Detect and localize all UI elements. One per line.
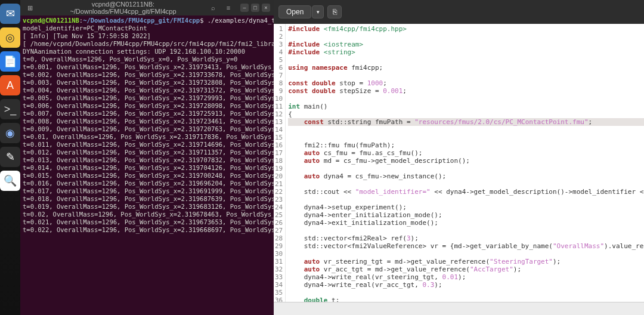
open-dropdown-icon[interactable]: ▾ xyxy=(312,5,324,18)
close-button[interactable]: × xyxy=(262,4,270,12)
file-path: ~/Downloads/FMU4cpp_git/FMI4cpp/examples xyxy=(342,12,644,20)
libreoffice-writer-icon[interactable]: 📄 xyxy=(0,51,20,72)
code-area[interactable]: #include <fmi4cpp/fmi4cpp.hpp> #include … xyxy=(286,24,644,302)
magnifier-icon[interactable]: 🔍 xyxy=(0,171,20,191)
minimize-button[interactable]: – xyxy=(240,4,249,12)
terminal-title: vcpnd@CN01211NB: ~/Downloads/FMU4cpp_git… xyxy=(39,1,207,15)
gedit-window: Open ▾ ⎘ dyna4_test.cpp ~/Downloads/FMU4… xyxy=(274,0,644,315)
rhythmbox-icon[interactable]: ◎ xyxy=(0,27,20,48)
ubuntu-software-icon[interactable]: A xyxy=(0,75,20,95)
ubuntu-dock: ✉ ◎ 📄 A >_ ◉ ✎ 🔍 xyxy=(0,0,20,315)
new-document-icon[interactable]: ⎘ xyxy=(327,5,342,18)
new-tab-icon[interactable]: ⊞ xyxy=(24,2,36,14)
hamburger-icon[interactable]: ≡ xyxy=(222,2,234,14)
file-title: dyna4_test.cpp xyxy=(342,4,644,12)
statusbar: C++ ▾ | Tab Width: 8 ▾ xyxy=(274,302,644,315)
network-icon[interactable]: ◉ xyxy=(0,123,20,143)
open-button[interactable]: Open xyxy=(278,5,311,18)
terminal-body[interactable]: vcpnd@CN01211NB:~/Downloads/FMU4cpp_git/… xyxy=(20,16,274,315)
thunderbird-icon[interactable]: ✉ xyxy=(0,4,20,24)
gedit-header: Open ▾ ⎘ dyna4_test.cpp ~/Downloads/FMU4… xyxy=(274,0,644,24)
text-editor-icon[interactable]: ✎ xyxy=(0,147,20,167)
line-gutter: 1234567891011121314151617181920212223242… xyxy=(274,24,286,302)
maximize-button[interactable]: □ xyxy=(251,4,259,12)
terminal-icon[interactable]: >_ xyxy=(0,99,20,119)
search-icon[interactable]: ⌕ xyxy=(207,2,219,14)
terminal-window: ⊞ vcpnd@CN01211NB: ~/Downloads/FMU4cpp_g… xyxy=(20,0,274,315)
editor-area[interactable]: 1234567891011121314151617181920212223242… xyxy=(274,24,644,302)
terminal-titlebar[interactable]: ⊞ vcpnd@CN01211NB: ~/Downloads/FMU4cpp_g… xyxy=(20,0,274,16)
